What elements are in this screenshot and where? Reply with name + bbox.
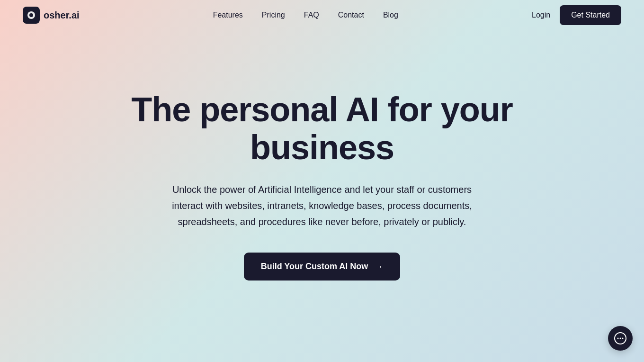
logo-text: osher.ai bbox=[44, 10, 80, 21]
nav-item-faq[interactable]: FAQ bbox=[304, 11, 319, 19]
nav-item-features[interactable]: Features bbox=[213, 11, 243, 19]
nav-item-pricing[interactable]: Pricing bbox=[262, 11, 285, 19]
svg-point-6 bbox=[622, 338, 624, 339]
logo-link[interactable]: osher.ai bbox=[23, 7, 80, 24]
nav-item-contact[interactable]: Contact bbox=[338, 11, 364, 19]
nav-item-blog[interactable]: Blog bbox=[383, 11, 398, 19]
navbar: osher.ai Features Pricing FAQ Contact Bl… bbox=[0, 0, 644, 30]
logo-icon bbox=[23, 7, 40, 24]
cta-label: Build Your Custom AI Now bbox=[261, 262, 368, 272]
cta-arrow-icon: → bbox=[374, 261, 383, 272]
svg-point-2 bbox=[29, 13, 33, 17]
hero-subtitle: Unlock the power of Artificial Intellige… bbox=[156, 181, 488, 230]
chat-bubble-button[interactable] bbox=[608, 326, 633, 351]
hero-section: The personal AI for your business Unlock… bbox=[0, 0, 644, 362]
get-started-button[interactable]: Get Started bbox=[560, 5, 621, 25]
svg-point-5 bbox=[620, 338, 621, 339]
cta-button[interactable]: Build Your Custom AI Now → bbox=[244, 253, 401, 281]
login-button[interactable]: Login bbox=[532, 11, 550, 19]
hero-title: The personal AI for your business bbox=[62, 91, 582, 166]
chat-icon bbox=[614, 332, 627, 345]
nav-links: Features Pricing FAQ Contact Blog bbox=[213, 11, 398, 19]
nav-right: Login Get Started bbox=[532, 5, 621, 25]
svg-point-4 bbox=[617, 338, 619, 339]
